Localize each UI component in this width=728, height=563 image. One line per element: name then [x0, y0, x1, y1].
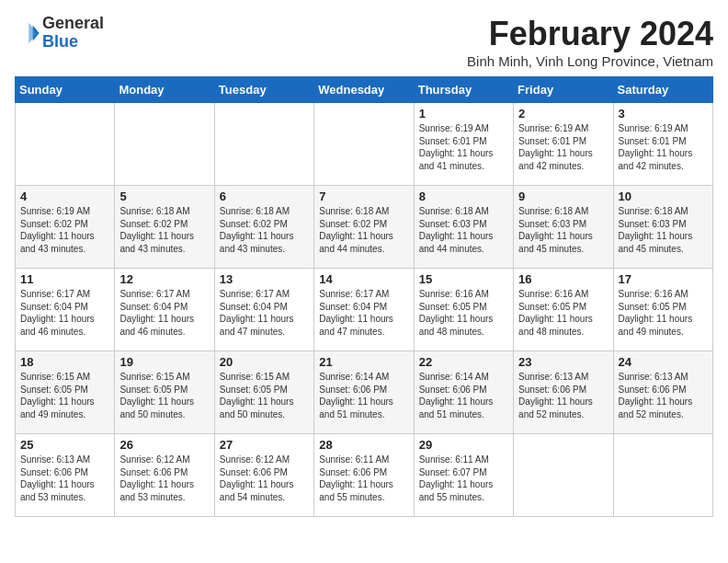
logo-icon	[15, 20, 40, 46]
calendar-cell: 26Sunrise: 6:12 AM Sunset: 6:06 PM Dayli…	[115, 434, 214, 517]
calendar-cell: 14Sunrise: 6:17 AM Sunset: 6:04 PM Dayli…	[314, 269, 414, 351]
day-info: Sunrise: 6:11 AM Sunset: 6:07 PM Dayligh…	[419, 454, 508, 503]
day-number: 18	[20, 355, 109, 369]
page-header: General Blue February 2024 Binh Minh, Vi…	[15, 15, 713, 69]
calendar-cell	[514, 434, 613, 517]
calendar-cell: 21Sunrise: 6:14 AM Sunset: 6:06 PM Dayli…	[314, 351, 414, 434]
day-number: 5	[119, 190, 209, 203]
calendar-cell	[115, 103, 214, 186]
day-info: Sunrise: 6:13 AM Sunset: 6:06 PM Dayligh…	[20, 454, 109, 503]
weekday-header: Tuesday	[214, 77, 313, 103]
weekday-header: Thursday	[414, 77, 513, 103]
day-number: 2	[518, 107, 608, 121]
calendar-cell: 2Sunrise: 6:19 AM Sunset: 6:01 PM Daylig…	[514, 103, 613, 186]
day-number: 20	[220, 355, 309, 369]
calendar-cell	[613, 434, 712, 517]
calendar-header-row: SundayMondayTuesdayWednesdayThursdayFrid…	[16, 77, 713, 103]
day-number: 15	[419, 272, 508, 286]
day-info: Sunrise: 6:15 AM Sunset: 6:05 PM Dayligh…	[119, 371, 209, 420]
day-number: 8	[419, 190, 508, 203]
calendar-cell: 17Sunrise: 6:16 AM Sunset: 6:05 PM Dayli…	[613, 269, 712, 351]
calendar-cell: 5Sunrise: 6:18 AM Sunset: 6:02 PM Daylig…	[115, 186, 214, 269]
day-number: 7	[319, 190, 408, 203]
calendar-cell: 3Sunrise: 6:19 AM Sunset: 6:01 PM Daylig…	[613, 103, 712, 186]
calendar-cell: 20Sunrise: 6:15 AM Sunset: 6:05 PM Dayli…	[214, 351, 313, 434]
day-number: 16	[518, 272, 608, 286]
calendar-cell: 24Sunrise: 6:13 AM Sunset: 6:06 PM Dayli…	[613, 351, 712, 434]
svg-marker-1	[28, 23, 36, 43]
day-number: 1	[419, 107, 508, 121]
calendar-cell: 25Sunrise: 6:13 AM Sunset: 6:06 PM Dayli…	[16, 434, 115, 517]
calendar-cell: 6Sunrise: 6:18 AM Sunset: 6:02 PM Daylig…	[214, 186, 313, 269]
day-info: Sunrise: 6:13 AM Sunset: 6:06 PM Dayligh…	[518, 371, 608, 420]
calendar-week-row: 25Sunrise: 6:13 AM Sunset: 6:06 PM Dayli…	[16, 434, 713, 517]
calendar-cell: 9Sunrise: 6:18 AM Sunset: 6:03 PM Daylig…	[514, 186, 613, 269]
calendar-cell: 16Sunrise: 6:16 AM Sunset: 6:05 PM Dayli…	[514, 269, 613, 351]
day-info: Sunrise: 6:16 AM Sunset: 6:05 PM Dayligh…	[419, 288, 508, 338]
day-info: Sunrise: 6:15 AM Sunset: 6:05 PM Dayligh…	[20, 371, 109, 420]
day-info: Sunrise: 6:13 AM Sunset: 6:06 PM Dayligh…	[619, 371, 708, 420]
day-number: 21	[319, 355, 408, 369]
calendar-week-row: 11Sunrise: 6:17 AM Sunset: 6:04 PM Dayli…	[16, 269, 713, 351]
calendar-week-row: 4Sunrise: 6:19 AM Sunset: 6:02 PM Daylig…	[16, 186, 713, 269]
day-info: Sunrise: 6:18 AM Sunset: 6:02 PM Dayligh…	[220, 205, 309, 255]
calendar-cell: 7Sunrise: 6:18 AM Sunset: 6:02 PM Daylig…	[314, 186, 414, 269]
weekday-header: Wednesday	[314, 77, 414, 103]
weekday-header: Saturday	[613, 77, 712, 103]
weekday-header: Sunday	[16, 77, 115, 103]
day-info: Sunrise: 6:11 AM Sunset: 6:06 PM Dayligh…	[319, 454, 408, 503]
day-info: Sunrise: 6:18 AM Sunset: 6:02 PM Dayligh…	[319, 205, 408, 255]
day-number: 9	[518, 190, 608, 203]
calendar-cell: 29Sunrise: 6:11 AM Sunset: 6:07 PM Dayli…	[414, 434, 513, 517]
day-info: Sunrise: 6:18 AM Sunset: 6:03 PM Dayligh…	[518, 205, 608, 255]
calendar-cell: 22Sunrise: 6:14 AM Sunset: 6:06 PM Dayli…	[414, 351, 513, 434]
calendar-cell: 13Sunrise: 6:17 AM Sunset: 6:04 PM Dayli…	[214, 269, 313, 351]
calendar-cell: 27Sunrise: 6:12 AM Sunset: 6:06 PM Dayli…	[214, 434, 313, 517]
day-number: 19	[119, 355, 209, 369]
day-number: 17	[619, 272, 708, 286]
calendar-cell	[16, 103, 115, 186]
day-info: Sunrise: 6:12 AM Sunset: 6:06 PM Dayligh…	[119, 454, 209, 503]
calendar-cell: 11Sunrise: 6:17 AM Sunset: 6:04 PM Dayli…	[16, 269, 115, 351]
day-number: 22	[419, 355, 508, 369]
calendar-table: SundayMondayTuesdayWednesdayThursdayFrid…	[15, 76, 713, 517]
calendar-week-row: 1Sunrise: 6:19 AM Sunset: 6:01 PM Daylig…	[16, 103, 713, 186]
day-info: Sunrise: 6:19 AM Sunset: 6:01 PM Dayligh…	[619, 122, 708, 172]
day-info: Sunrise: 6:12 AM Sunset: 6:06 PM Dayligh…	[220, 454, 309, 503]
day-info: Sunrise: 6:15 AM Sunset: 6:05 PM Dayligh…	[220, 371, 309, 420]
day-info: Sunrise: 6:17 AM Sunset: 6:04 PM Dayligh…	[20, 288, 109, 338]
day-number: 6	[220, 190, 309, 203]
day-number: 26	[119, 438, 209, 452]
day-number: 28	[319, 438, 408, 452]
title-block: February 2024 Binh Minh, Vinh Long Provi…	[467, 15, 713, 69]
day-number: 13	[220, 272, 309, 286]
day-number: 12	[119, 272, 209, 286]
day-info: Sunrise: 6:16 AM Sunset: 6:05 PM Dayligh…	[619, 288, 708, 338]
day-info: Sunrise: 6:19 AM Sunset: 6:01 PM Dayligh…	[419, 122, 508, 172]
calendar-cell: 23Sunrise: 6:13 AM Sunset: 6:06 PM Dayli…	[514, 351, 613, 434]
weekday-header: Friday	[514, 77, 613, 103]
calendar-cell: 18Sunrise: 6:15 AM Sunset: 6:05 PM Dayli…	[16, 351, 115, 434]
day-info: Sunrise: 6:19 AM Sunset: 6:01 PM Dayligh…	[518, 122, 608, 172]
calendar-cell: 10Sunrise: 6:18 AM Sunset: 6:03 PM Dayli…	[613, 186, 712, 269]
calendar-cell: 1Sunrise: 6:19 AM Sunset: 6:01 PM Daylig…	[414, 103, 513, 186]
calendar-cell: 19Sunrise: 6:15 AM Sunset: 6:05 PM Dayli…	[115, 351, 214, 434]
day-number: 23	[518, 355, 608, 369]
day-info: Sunrise: 6:14 AM Sunset: 6:06 PM Dayligh…	[419, 371, 508, 420]
day-info: Sunrise: 6:14 AM Sunset: 6:06 PM Dayligh…	[319, 371, 408, 420]
day-info: Sunrise: 6:19 AM Sunset: 6:02 PM Dayligh…	[20, 205, 109, 255]
day-info: Sunrise: 6:18 AM Sunset: 6:03 PM Dayligh…	[419, 205, 508, 255]
day-number: 29	[419, 438, 508, 452]
calendar-cell: 12Sunrise: 6:17 AM Sunset: 6:04 PM Dayli…	[115, 269, 214, 351]
day-number: 4	[20, 190, 109, 203]
calendar-cell: 15Sunrise: 6:16 AM Sunset: 6:05 PM Dayli…	[414, 269, 513, 351]
day-number: 25	[20, 438, 109, 452]
day-info: Sunrise: 6:18 AM Sunset: 6:02 PM Dayligh…	[119, 205, 209, 255]
day-number: 10	[619, 190, 708, 203]
calendar-cell: 28Sunrise: 6:11 AM Sunset: 6:06 PM Dayli…	[314, 434, 414, 517]
month-title: February 2024	[467, 15, 713, 53]
calendar-week-row: 18Sunrise: 6:15 AM Sunset: 6:05 PM Dayli…	[16, 351, 713, 434]
location: Binh Minh, Vinh Long Province, Vietnam	[467, 53, 713, 69]
day-number: 3	[619, 107, 708, 121]
day-number: 14	[319, 272, 408, 286]
